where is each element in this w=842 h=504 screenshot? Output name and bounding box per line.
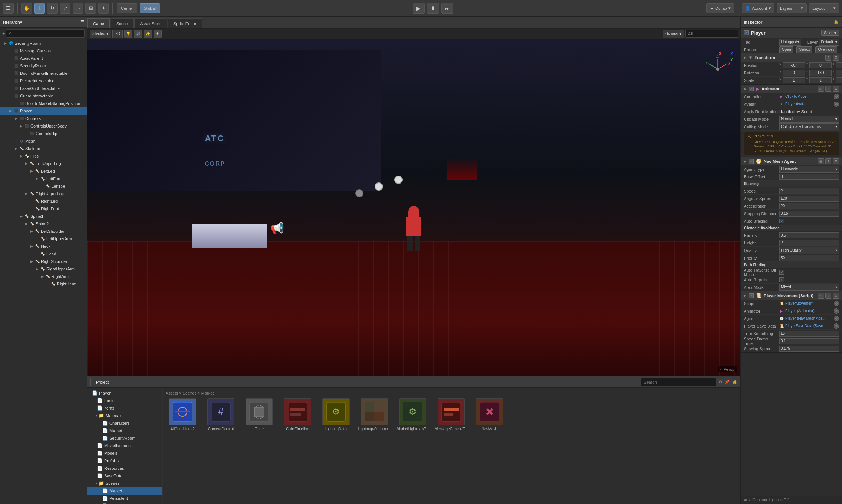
asset-item-MarketLightmapP[interactable]: ⚙MarketLightmapP... <box>396 398 430 431</box>
viewport-search-input[interactable] <box>685 30 738 38</box>
hierarchy-add-icon[interactable]: + <box>2 31 5 36</box>
project-folder-Items[interactable]: 📄Items <box>87 404 162 412</box>
project-folder-Prefabs[interactable]: 📄Prefabs <box>87 457 162 465</box>
hierarchy-item-RightUpperArm[interactable]: ▶🦴RightUpperArm <box>0 265 87 273</box>
script-ref-circle[interactable]: ◎ <box>834 301 839 306</box>
tab-game[interactable]: Game <box>87 18 110 28</box>
asset-item-AllConditions2[interactable]: AllConditions2 <box>166 398 199 431</box>
layout-dropdown[interactable]: Layout ▾ <box>809 3 839 13</box>
rot-x-input[interactable] <box>783 70 805 76</box>
nav-mesh-settings-icon[interactable]: ⚙ <box>833 158 839 164</box>
2d-btn[interactable]: 2D <box>112 30 123 38</box>
gizmos-dropdown[interactable]: Gizmos ▾ <box>663 30 684 38</box>
hierarchy-item-SecurityRoom[interactable]: ▶🌐SecurityRoom <box>0 39 87 47</box>
priority-input[interactable] <box>779 255 839 261</box>
hierarchy-item-Mesh[interactable]: ⬡Mesh <box>0 137 87 145</box>
collab-btn[interactable]: ☁ Collab ▾ <box>706 3 734 13</box>
project-folder-SecurityRoom[interactable]: 📄SecurityRoom <box>87 502 162 504</box>
play-btn[interactable]: ▶ <box>413 3 425 14</box>
overrides-btn[interactable]: Overrides <box>815 46 837 53</box>
vp-hidden-icon[interactable]: 👁 <box>154 30 162 38</box>
hierarchy-item-Spine1[interactable]: ▶🦴Spine1 <box>0 213 87 220</box>
asset-item-Lightmap0comp[interactable]: Lightmap-0_comp... <box>357 398 391 431</box>
hierarchy-item-RightLeg[interactable]: 🦴RightLeg <box>0 197 87 205</box>
hierarchy-item-LeftToe[interactable]: 🦴LeftToe <box>0 182 87 190</box>
rot-z-input[interactable] <box>836 70 842 76</box>
nav-mesh-help-icon[interactable]: ? <box>825 158 831 164</box>
hierarchy-item-LeftLeg[interactable]: ▶🦴LeftLeg <box>0 167 87 175</box>
project-folder-Market[interactable]: 📄Market <box>87 487 162 495</box>
vp-light-icon[interactable]: 💡 <box>124 30 132 38</box>
tab-scene[interactable]: Scene <box>111 18 134 28</box>
hierarchy-item-Controls[interactable]: ▶⬛Controls <box>0 115 87 122</box>
hierarchy-item-Spine2[interactable]: ▶🦴Spine2 <box>0 220 87 228</box>
open-btn[interactable]: Open <box>779 46 793 53</box>
layer-dropdown[interactable]: Default▾ <box>819 39 839 46</box>
auto-traverse-checkbox[interactable]: ✓ <box>779 270 784 275</box>
hierarchy-item-PictureInteractable[interactable]: ⬛PictureInteractable <box>0 77 87 85</box>
project-folder-Materials[interactable]: ▾📁Materials <box>87 412 162 419</box>
hierarchy-item-LeftUpperArm[interactable]: 🦴LeftUpperArm <box>0 235 87 243</box>
scale-tool-btn[interactable]: ⤢ <box>60 3 70 14</box>
animator-ref-icon[interactable]: ◎ <box>818 86 824 92</box>
move-tool-btn[interactable]: ✛ <box>34 3 45 14</box>
pos-x-input[interactable] <box>783 62 805 68</box>
animator-header[interactable]: ▶ ✓ ▶ Animator ◎ ? ⚙ <box>741 85 842 93</box>
quality-dropdown[interactable]: High Quality▾ <box>779 247 839 254</box>
save-data-ref-circle[interactable]: ◎ <box>834 323 839 329</box>
hierarchy-item-DoorToMarketStartingPosition[interactable]: ⬛DoorToMarketStartingPosition <box>0 100 87 107</box>
hierarchy-item-LeftFoot[interactable]: ▶🦴LeftFoot <box>0 175 87 182</box>
area-mask-dropdown[interactable]: Mixed ...▾ <box>779 284 839 291</box>
hierarchy-item-RightShoulder[interactable]: ▶🦴RightShoulder <box>0 258 87 265</box>
hierarchy-item-GuardInteractable[interactable]: ⬛GuardInteractable <box>0 92 87 100</box>
avatar-ref-circle[interactable]: ◎ <box>834 102 839 107</box>
project-folder-Scenes[interactable]: ▾📁Scenes <box>87 480 162 487</box>
hierarchy-item-RightFoot[interactable]: 🦴RightFoot <box>0 205 87 213</box>
auto-braking-checkbox[interactable]: ✓ <box>779 219 784 223</box>
custom-tool-btn[interactable]: ✦ <box>98 3 109 14</box>
hierarchy-item-SecurityRoom2[interactable]: ⬛SecurityRoom <box>0 62 87 70</box>
asset-item-MessageCanvasT[interactable]: MessageCanvasT... <box>434 398 468 431</box>
hierarchy-item-Neck[interactable]: ▶🦴Neck <box>0 243 87 250</box>
base-offset-input[interactable] <box>779 174 839 180</box>
turn-smoothing-input[interactable] <box>779 331 839 337</box>
hierarchy-item-RightUpperLeg[interactable]: ▶🦴RightUpperLeg <box>0 190 87 197</box>
asset-item-CameraControl[interactable]: #CameraControl <box>204 398 238 431</box>
unity-logo-btn[interactable]: ☰ <box>3 3 14 14</box>
player-movement-settings-icon[interactable]: ⚙ <box>833 293 839 299</box>
global-btn[interactable]: Global <box>140 3 160 13</box>
nav-mesh-header[interactable]: ▶ ✓ 🧭 Nav Mesh Agent ◎ ? ⚙ <box>741 157 842 165</box>
height-input[interactable] <box>779 240 839 246</box>
hierarchy-item-LeftUpperLeg[interactable]: ▶🦴LeftUpperLeg <box>0 160 87 167</box>
transform-settings-icon[interactable]: ⚙ <box>833 55 839 61</box>
hierarchy-item-Player[interactable]: ▶⬛Player <box>0 107 87 115</box>
pos-y-input[interactable] <box>809 62 832 68</box>
agent-type-dropdown[interactable]: Humanoid▾ <box>779 166 839 173</box>
pause-btn[interactable]: ⏸ <box>427 3 439 14</box>
inspector-lock-icon[interactable]: 🔒 <box>834 20 839 24</box>
project-settings-icon[interactable]: ⚙ <box>719 380 722 384</box>
hierarchy-item-LaserGridInteractable[interactable]: ⬛LaserGridInteractable <box>0 85 87 92</box>
hierarchy-item-ControlsHips[interactable]: ⬛ControlsHips <box>0 130 87 137</box>
asset-item-LightingData[interactable]: ⚙LightingData <box>319 398 353 431</box>
angular-speed-input[interactable] <box>779 196 839 202</box>
hierarchy-item-AudioParent[interactable]: ⬛AudioParent <box>0 55 87 62</box>
player-movement-ref-icon[interactable]: ◎ <box>818 293 824 299</box>
hierarchy-item-DoorToMarketInteractable[interactable]: ⬛DoorToMarketInteractable <box>0 70 87 77</box>
hierarchy-item-MessageCanvas[interactable]: ⬛MessageCanvas <box>0 47 87 55</box>
hierarchy-item-LeftShoulder[interactable]: ▶🦴LeftShoulder <box>0 228 87 235</box>
pm-animator-ref-circle[interactable]: ◎ <box>834 308 839 314</box>
transform-help-icon[interactable]: ? <box>825 55 831 61</box>
shading-dropdown[interactable]: Shaded ▾ <box>90 30 111 38</box>
project-folder-Miscellaneous[interactable]: 📄Miscellaneous <box>87 442 162 449</box>
static-btn[interactable]: Static ▾ <box>821 30 839 36</box>
rect-tool-btn[interactable]: ▭ <box>73 3 83 14</box>
transform-tool-btn[interactable]: ⊞ <box>85 3 96 14</box>
hierarchy-item-Skeleton[interactable]: ▶🦴Skeleton <box>0 145 87 152</box>
radius-input[interactable] <box>779 232 839 238</box>
project-folder-Fonts[interactable]: 📄Fonts <box>87 397 162 404</box>
update-mode-dropdown[interactable]: Normal▾ <box>779 116 839 123</box>
slowing-speed-input[interactable] <box>779 346 839 352</box>
obj-enabled-checkbox[interactable]: ✓ <box>744 30 749 35</box>
auto-repath-checkbox[interactable]: ✓ <box>779 277 784 282</box>
